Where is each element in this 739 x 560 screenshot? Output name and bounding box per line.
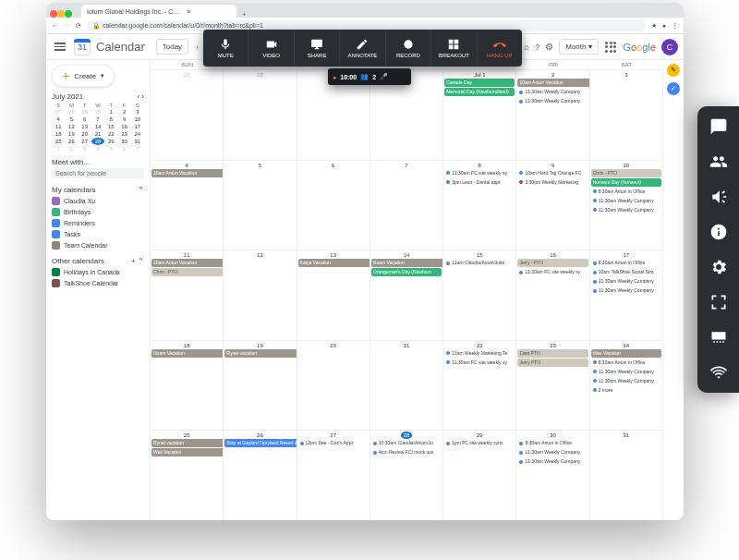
- calendar-checkbox[interactable]: [52, 197, 60, 205]
- event[interactable]: Noam Vacation: [371, 259, 443, 267]
- share-button[interactable]: SHARE: [295, 30, 340, 67]
- mini-day[interactable]: 27: [79, 138, 91, 145]
- mini-day[interactable]: 14: [91, 123, 104, 130]
- mini-day[interactable]: 8: [104, 116, 117, 123]
- event[interactable]: 11:30am Weekly Company: [591, 368, 661, 376]
- mini-prev-icon[interactable]: ‹: [137, 92, 139, 101]
- mini-day[interactable]: 2: [65, 145, 78, 152]
- new-tab-btn[interactable]: +: [236, 11, 251, 18]
- main-menu-icon[interactable]: [52, 39, 68, 55]
- mini-day[interactable]: 4: [91, 145, 104, 152]
- calendar-item[interactable]: Holidays in Canada: [52, 268, 144, 276]
- today-button[interactable]: Today: [156, 39, 188, 55]
- keep-icon[interactable]: ✎: [667, 64, 680, 77]
- mac-min[interactable]: [57, 10, 65, 18]
- day-cell[interactable]: 910am Hard Tag Change FC3:30pm Weekly Ma…: [516, 160, 589, 250]
- search-people-input[interactable]: [52, 168, 144, 178]
- mac-max[interactable]: [65, 10, 72, 18]
- event[interactable]: Orangemen's Day (Newfoun: [371, 268, 442, 276]
- mini-day[interactable]: 6: [79, 116, 91, 123]
- event[interactable]: 10am Anton Vacation: [517, 79, 589, 87]
- event[interactable]: Katya Vacation: [298, 259, 370, 267]
- mini-day[interactable]: 3: [79, 145, 91, 152]
- event[interactable]: Noam Vacation: [151, 349, 224, 358]
- event[interactable]: 11:30am Weekly Company: [591, 277, 661, 286]
- view-selector[interactable]: Month ▾: [559, 39, 599, 55]
- mini-day[interactable]: 7: [131, 145, 144, 152]
- mini-day[interactable]: 30: [91, 108, 104, 116]
- settings-icon[interactable]: ⚙: [545, 42, 553, 52]
- mini-day[interactable]: 28: [91, 138, 104, 145]
- event[interactable]: 11am Claudia/Anton/Julia: [444, 259, 515, 267]
- layout-icon[interactable]: [709, 328, 728, 347]
- calendar-checkbox[interactable]: [52, 230, 60, 238]
- mini-day[interactable]: 31: [131, 138, 144, 145]
- day-cell[interactable]: 6: [297, 160, 370, 250]
- day-cell[interactable]: 410am Anton Vacation: [151, 160, 224, 250]
- settings-icon[interactable]: [709, 258, 728, 276]
- event[interactable]: 10am Anton Vacation: [151, 259, 224, 267]
- day-cell[interactable]: 3: [590, 69, 663, 160]
- day-cell[interactable]: 26Stay at Gaylord Opryland Resort & Conv…: [224, 430, 297, 520]
- event[interactable]: Chris - PTO: [151, 268, 224, 276]
- event[interactable]: Rynei vacation: [224, 349, 297, 358]
- profile-icon[interactable]: ●: [662, 22, 666, 29]
- calendar-item[interactable]: Claudia Xu: [52, 197, 144, 205]
- day-cell[interactable]: 1110am Anton VacationChris - PTO: [151, 250, 224, 340]
- mini-day[interactable]: 1: [104, 108, 117, 116]
- event[interactable]: 3pm Leon - Dental appt.: [444, 178, 515, 187]
- event[interactable]: 4pm Review FCI mock ups: [371, 448, 442, 457]
- event[interactable]: 11:30am FC site weekly sy: [444, 359, 515, 367]
- day-cell[interactable]: 16Jerry - PTO11:30am FC site weekly sy: [516, 250, 589, 340]
- mini-day[interactable]: 2: [117, 108, 130, 116]
- mini-day[interactable]: 22: [104, 130, 117, 138]
- day-cell[interactable]: 10Chris - PTONunavut Day (Nunavut)8:30am…: [590, 160, 663, 250]
- day-cell[interactable]: 27: [151, 69, 224, 160]
- event[interactable]: 11am Weekly Marketing Te: [444, 349, 515, 358]
- mini-day[interactable]: 7: [91, 116, 104, 123]
- mini-day[interactable]: 26: [65, 138, 78, 145]
- day-cell[interactable]: 1511am Claudia/Anton/Julia: [443, 250, 516, 340]
- day-cell[interactable]: 28: [224, 69, 297, 160]
- calendar-checkbox[interactable]: [52, 268, 60, 276]
- day-cell[interactable]: 2712pm Dee - Doc's Appt: [297, 430, 370, 520]
- mini-day[interactable]: 30: [117, 138, 130, 145]
- event[interactable]: 11:30am Weekly Company: [517, 448, 588, 457]
- event[interactable]: 8:30am Anton in Office: [591, 188, 661, 196]
- breakout-button[interactable]: BREAKOUT: [431, 30, 477, 67]
- day-cell[interactable]: 31: [590, 430, 663, 520]
- account-avatar[interactable]: C: [661, 39, 678, 55]
- chat-icon[interactable]: [709, 117, 728, 136]
- event[interactable]: Jerry - PTO: [517, 259, 588, 267]
- event[interactable]: 10:30am Claudia/Anton/Ju: [371, 439, 442, 447]
- day-cell[interactable]: Jul 1Canada DayMemorial Day (Newfoundlan…: [443, 69, 516, 160]
- mini-day[interactable]: 24: [131, 130, 144, 138]
- day-cell[interactable]: 23Cara PTOJerry PTO: [516, 340, 589, 431]
- day-cell[interactable]: 14Noam VacationOrangemen's Day (Newfoun: [370, 250, 443, 340]
- event[interactable]: 2 more: [591, 386, 661, 395]
- event[interactable]: Chris - PTO: [591, 169, 661, 177]
- mini-day[interactable]: 29: [79, 108, 91, 116]
- mute-button[interactable]: MUTE: [203, 30, 248, 67]
- event[interactable]: 11:30am Weekly Company: [517, 88, 588, 96]
- mini-day[interactable]: 15: [104, 123, 117, 130]
- nav-fwd-icon[interactable]: →: [64, 22, 70, 29]
- event[interactable]: Cara PTO: [517, 349, 588, 358]
- event[interactable]: 11:30am FC site weekly sy: [517, 268, 588, 276]
- annotate-button[interactable]: ANNOTATE: [340, 30, 385, 67]
- mini-day[interactable]: 18: [52, 130, 65, 138]
- event[interactable]: 8:30am Anton in Office: [591, 259, 661, 267]
- browser-tab[interactable]: Iotum Global Holdings Inc. - C... ×: [81, 5, 236, 18]
- mini-day[interactable]: 12: [65, 123, 78, 130]
- day-cell[interactable]: 18Noam Vacation: [151, 340, 224, 431]
- mini-day[interactable]: 17: [131, 123, 144, 130]
- mini-day[interactable]: 16: [117, 123, 130, 130]
- event[interactable]: Stay at Gaylord Opryland Resort & Conven…: [224, 439, 297, 447]
- day-cell[interactable]: 2211am Weekly Marketing Te11:30am FC sit…: [443, 340, 516, 431]
- day-cell[interactable]: 2810:30am Claudia/Anton/Ju4pm Review FCI…: [370, 430, 443, 520]
- announce-icon[interactable]: [709, 188, 728, 206]
- mini-day[interactable]: 5: [104, 145, 117, 152]
- fullscreen-icon[interactable]: [709, 293, 728, 311]
- day-cell[interactable]: 291pm FC site weekly sync: [443, 430, 516, 520]
- event[interactable]: 1pm FC site weekly sync: [444, 439, 515, 447]
